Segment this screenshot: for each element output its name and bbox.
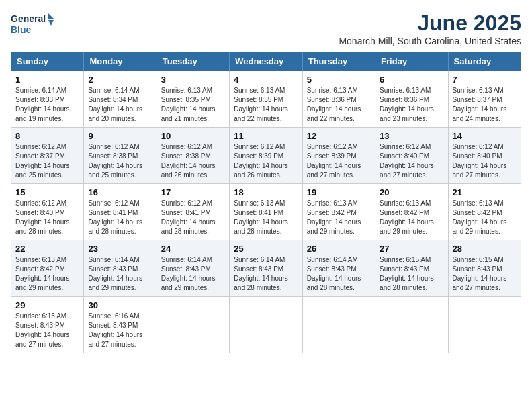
day-info: Sunrise: 6:15 AMSunset: 8:43 PMDaylight:… [15, 312, 70, 348]
day-number: 1 [15, 75, 79, 85]
day-info: Sunrise: 6:14 AMSunset: 8:33 PMDaylight:… [15, 87, 70, 122]
calendar-cell: 7 Sunrise: 6:13 AMSunset: 8:37 PMDayligh… [448, 71, 521, 128]
calendar-cell: 16 Sunrise: 6:12 AMSunset: 8:41 PMDaylig… [84, 184, 157, 240]
day-number: 16 [88, 187, 152, 197]
day-number: 13 [380, 131, 443, 141]
calendar-cell: 27 Sunrise: 6:15 AMSunset: 8:43 PMDaylig… [375, 240, 448, 297]
calendar-week-2: 8 Sunrise: 6:12 AMSunset: 8:37 PMDayligh… [11, 128, 521, 184]
day-info: Sunrise: 6:13 AMSunset: 8:42 PMDaylight:… [453, 199, 507, 235]
calendar-cell: 24 Sunrise: 6:14 AMSunset: 8:43 PMDaylig… [157, 240, 229, 297]
day-info: Sunrise: 6:14 AMSunset: 8:43 PMDaylight:… [307, 256, 361, 291]
day-number: 17 [161, 187, 225, 197]
day-number: 3 [161, 75, 225, 85]
day-number: 12 [307, 131, 371, 141]
day-number: 29 [15, 300, 79, 310]
day-info: Sunrise: 6:15 AMSunset: 8:43 PMDaylight:… [380, 256, 434, 291]
svg-text:General: General [11, 13, 46, 24]
day-info: Sunrise: 6:13 AMSunset: 8:42 PMDaylight:… [307, 199, 361, 235]
title-block: June 2025 Monarch Mill, South Carolina, … [339, 11, 521, 46]
calendar-cell: 4 Sunrise: 6:13 AMSunset: 8:35 PMDayligh… [230, 71, 302, 128]
location-subtitle: Monarch Mill, South Carolina, United Sta… [339, 36, 521, 46]
day-number: 2 [88, 75, 152, 85]
calendar-cell: 22 Sunrise: 6:13 AMSunset: 8:42 PMDaylig… [11, 240, 84, 297]
calendar-cell [448, 297, 521, 353]
day-number: 23 [88, 244, 152, 254]
calendar-cell [230, 297, 302, 353]
day-number: 8 [15, 131, 79, 141]
day-info: Sunrise: 6:13 AMSunset: 8:42 PMDaylight:… [380, 199, 434, 235]
calendar-cell: 26 Sunrise: 6:14 AMSunset: 8:43 PMDaylig… [302, 240, 375, 297]
calendar-cell: 1 Sunrise: 6:14 AMSunset: 8:33 PMDayligh… [11, 71, 84, 128]
calendar-cell: 23 Sunrise: 6:14 AMSunset: 8:43 PMDaylig… [84, 240, 157, 297]
day-number: 22 [15, 244, 79, 254]
header-wednesday: Wednesday [230, 52, 302, 71]
calendar-cell [375, 297, 448, 353]
calendar-cell: 29 Sunrise: 6:15 AMSunset: 8:43 PMDaylig… [11, 297, 84, 353]
calendar-week-5: 29 Sunrise: 6:15 AMSunset: 8:43 PMDaylig… [11, 297, 521, 353]
day-info: Sunrise: 6:13 AMSunset: 8:35 PMDaylight:… [234, 87, 288, 122]
svg-marker-3 [48, 20, 54, 26]
day-info: Sunrise: 6:12 AMSunset: 8:38 PMDaylight:… [161, 143, 216, 179]
calendar-week-1: 1 Sunrise: 6:14 AMSunset: 8:33 PMDayligh… [11, 71, 521, 128]
day-info: Sunrise: 6:13 AMSunset: 8:36 PMDaylight:… [307, 87, 361, 122]
day-info: Sunrise: 6:13 AMSunset: 8:42 PMDaylight:… [15, 256, 70, 291]
day-number: 5 [307, 75, 371, 85]
day-number: 10 [161, 131, 225, 141]
day-number: 26 [307, 244, 371, 254]
day-info: Sunrise: 6:13 AMSunset: 8:35 PMDaylight:… [161, 87, 216, 122]
calendar-cell: 13 Sunrise: 6:12 AMSunset: 8:40 PMDaylig… [375, 128, 448, 184]
day-info: Sunrise: 6:12 AMSunset: 8:40 PMDaylight:… [15, 199, 70, 235]
day-number: 21 [453, 187, 517, 197]
calendar-cell: 10 Sunrise: 6:12 AMSunset: 8:38 PMDaylig… [157, 128, 229, 184]
day-info: Sunrise: 6:12 AMSunset: 8:41 PMDaylight:… [161, 199, 216, 235]
calendar-cell: 17 Sunrise: 6:12 AMSunset: 8:41 PMDaylig… [157, 184, 229, 240]
calendar-cell: 12 Sunrise: 6:12 AMSunset: 8:39 PMDaylig… [302, 128, 375, 184]
svg-marker-2 [48, 13, 54, 19]
header-saturday: Saturday [448, 52, 521, 71]
day-info: Sunrise: 6:12 AMSunset: 8:40 PMDaylight:… [380, 143, 434, 179]
calendar-cell [157, 297, 229, 353]
day-info: Sunrise: 6:14 AMSunset: 8:34 PMDaylight:… [88, 87, 142, 122]
day-number: 7 [453, 75, 517, 85]
calendar-header-row: Sunday Monday Tuesday Wednesday Thursday… [11, 52, 521, 71]
page-header: General Blue June 2025 Monarch Mill, Sou… [11, 11, 521, 46]
day-number: 14 [453, 131, 517, 141]
calendar-cell: 15 Sunrise: 6:12 AMSunset: 8:40 PMDaylig… [11, 184, 84, 240]
day-info: Sunrise: 6:15 AMSunset: 8:43 PMDaylight:… [453, 256, 507, 291]
calendar-week-3: 15 Sunrise: 6:12 AMSunset: 8:40 PMDaylig… [11, 184, 521, 240]
calendar-cell: 8 Sunrise: 6:12 AMSunset: 8:37 PMDayligh… [11, 128, 84, 184]
logo-svg: General Blue [11, 11, 58, 38]
day-number: 27 [380, 244, 443, 254]
day-info: Sunrise: 6:12 AMSunset: 8:40 PMDaylight:… [453, 143, 507, 179]
logo: General Blue [11, 11, 58, 38]
calendar-cell: 9 Sunrise: 6:12 AMSunset: 8:38 PMDayligh… [84, 128, 157, 184]
day-info: Sunrise: 6:14 AMSunset: 8:43 PMDaylight:… [234, 256, 288, 291]
calendar-cell: 18 Sunrise: 6:13 AMSunset: 8:41 PMDaylig… [230, 184, 302, 240]
calendar-cell: 3 Sunrise: 6:13 AMSunset: 8:35 PMDayligh… [157, 71, 229, 128]
day-info: Sunrise: 6:14 AMSunset: 8:43 PMDaylight:… [161, 256, 216, 291]
calendar-cell: 6 Sunrise: 6:13 AMSunset: 8:36 PMDayligh… [375, 71, 448, 128]
calendar-cell: 2 Sunrise: 6:14 AMSunset: 8:34 PMDayligh… [84, 71, 157, 128]
month-year-title: June 2025 [339, 11, 521, 36]
day-number: 24 [161, 244, 225, 254]
header-thursday: Thursday [302, 52, 375, 71]
day-number: 18 [234, 187, 298, 197]
day-number: 6 [380, 75, 443, 85]
day-info: Sunrise: 6:13 AMSunset: 8:41 PMDaylight:… [234, 199, 288, 235]
header-monday: Monday [84, 52, 157, 71]
svg-text:Blue: Blue [11, 24, 32, 35]
calendar-cell: 14 Sunrise: 6:12 AMSunset: 8:40 PMDaylig… [448, 128, 521, 184]
calendar-cell: 5 Sunrise: 6:13 AMSunset: 8:36 PMDayligh… [302, 71, 375, 128]
day-number: 19 [307, 187, 371, 197]
calendar-cell: 28 Sunrise: 6:15 AMSunset: 8:43 PMDaylig… [448, 240, 521, 297]
calendar-cell: 25 Sunrise: 6:14 AMSunset: 8:43 PMDaylig… [230, 240, 302, 297]
day-number: 11 [234, 131, 298, 141]
day-number: 4 [234, 75, 298, 85]
day-info: Sunrise: 6:12 AMSunset: 8:38 PMDaylight:… [88, 143, 142, 179]
calendar-table: Sunday Monday Tuesday Wednesday Thursday… [11, 52, 521, 353]
day-info: Sunrise: 6:12 AMSunset: 8:39 PMDaylight:… [234, 143, 288, 179]
calendar-cell: 11 Sunrise: 6:12 AMSunset: 8:39 PMDaylig… [230, 128, 302, 184]
calendar-cell: 21 Sunrise: 6:13 AMSunset: 8:42 PMDaylig… [448, 184, 521, 240]
calendar-week-4: 22 Sunrise: 6:13 AMSunset: 8:42 PMDaylig… [11, 240, 521, 297]
header-sunday: Sunday [11, 52, 84, 71]
